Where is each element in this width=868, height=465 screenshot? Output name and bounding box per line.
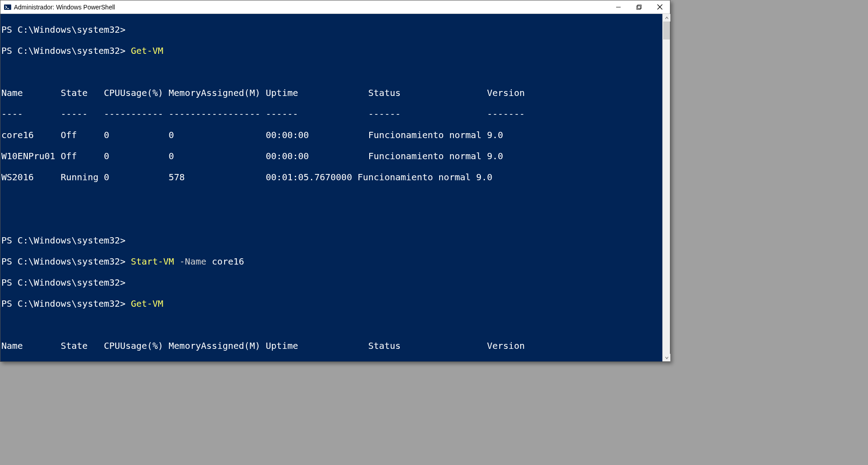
- svg-rect-3: [637, 6, 640, 9]
- command-getvm: Get-VM: [131, 298, 163, 309]
- powershell-icon: [4, 4, 11, 11]
- table-row: core16 Off 0 0 00:00:00 Funcionamiento n…: [1, 130, 662, 141]
- table-divider: ---- ----- ----------- -----------------…: [1, 109, 662, 120]
- maximize-button[interactable]: [629, 0, 649, 13]
- close-button[interactable]: [649, 0, 670, 13]
- arg-core16: core16: [212, 256, 244, 267]
- powershell-window: Administrador: Windows PowerShell PS C:\…: [0, 0, 670, 362]
- scroll-down-button[interactable]: [663, 354, 670, 361]
- table-row: WS2016 Running 0 578 00:01:05.7670000 Fu…: [1, 172, 662, 183]
- svg-rect-0: [4, 4, 11, 10]
- vertical-scrollbar[interactable]: [662, 14, 670, 361]
- svg-rect-4: [638, 5, 641, 9]
- client-area: PS C:\Windows\system32> PS C:\Windows\sy…: [0, 14, 670, 361]
- prompt: PS C:\Windows\system32>: [1, 45, 125, 56]
- table-header: Name State CPUUsage(%) MemoryAssigned(M)…: [1, 341, 662, 352]
- prompt: PS C:\Windows\system32>: [1, 24, 125, 35]
- minimize-button[interactable]: [608, 0, 629, 13]
- prompt: PS C:\Windows\system32>: [1, 235, 125, 246]
- scroll-thumb[interactable]: [663, 22, 670, 39]
- window-title: Administrador: Windows PowerShell: [14, 4, 115, 11]
- table-header: Name State CPUUsage(%) MemoryAssigned(M)…: [1, 88, 662, 99]
- command-startvm: Start-VM: [131, 256, 174, 267]
- scroll-up-button[interactable]: [663, 14, 670, 22]
- window-controls: [608, 0, 670, 13]
- prompt: PS C:\Windows\system32>: [1, 277, 125, 288]
- param-name: -Name: [179, 256, 206, 267]
- title-bar[interactable]: Administrador: Windows PowerShell: [0, 0, 670, 14]
- command-getvm: Get-VM: [131, 45, 163, 56]
- terminal-output[interactable]: PS C:\Windows\system32> PS C:\Windows\sy…: [0, 14, 662, 361]
- table-row: W10ENPru01 Off 0 0 00:00:00 Funcionamien…: [1, 151, 662, 162]
- prompt: PS C:\Windows\system32>: [1, 256, 125, 267]
- prompt: PS C:\Windows\system32>: [1, 298, 125, 309]
